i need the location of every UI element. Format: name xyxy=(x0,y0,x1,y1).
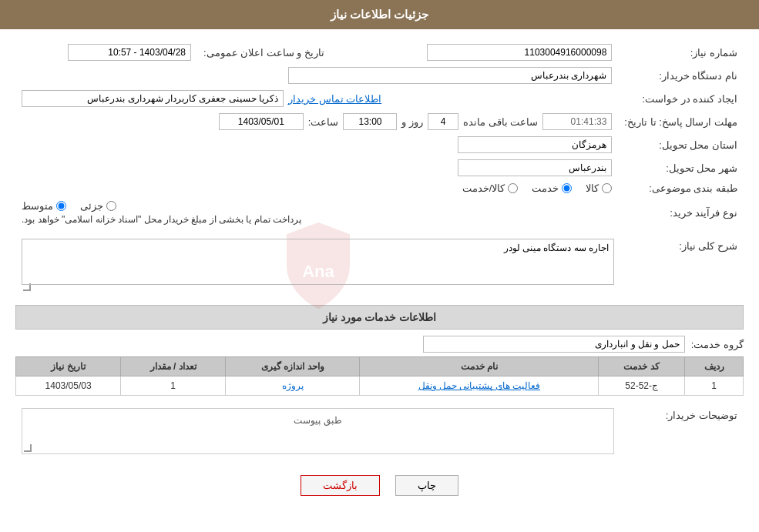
category-kala-khedmat-text: کالا/خدمت xyxy=(462,182,505,194)
city-input[interactable] xyxy=(458,159,612,176)
date-input xyxy=(219,113,304,130)
category-khedmat-radio[interactable] xyxy=(562,183,572,193)
category-khedmat-text: خدمت xyxy=(532,182,559,194)
col-header-unit: واحد اندازه گیری xyxy=(226,357,360,376)
col-header-code: کد خدمت xyxy=(599,357,685,376)
announce-input[interactable] xyxy=(68,44,191,61)
time-label: ساعت: xyxy=(308,116,339,128)
purchase-type-label: نوع فرآیند خرید: xyxy=(618,197,744,228)
purchase-jozii-label[interactable]: جزئی xyxy=(80,200,116,212)
table-row: 1 ج-52-52 فعالیت های پشتیبانی حمل ونقل پ… xyxy=(16,376,744,396)
attachment-area: طبق پیوست xyxy=(22,408,614,454)
purchase-note: پرداخت تمام یا بخشی از مبلغ خریدار محل "… xyxy=(22,214,301,225)
category-kala-radio[interactable] xyxy=(602,183,612,193)
purchase-motavasset-text: متوسط xyxy=(22,200,53,212)
print-button[interactable]: چاپ xyxy=(395,475,458,496)
cell-row: 1 xyxy=(685,376,744,396)
remaining-time-input xyxy=(542,113,612,130)
col-header-date: تاریخ نیاز xyxy=(16,357,121,376)
category-kala-khedmat-radio[interactable] xyxy=(508,183,518,193)
col-header-row: ردیف xyxy=(685,357,744,376)
cell-unit: پروژه xyxy=(226,376,360,396)
category-label: طبقه بندی موضوعی: xyxy=(618,179,744,197)
buyer-notes-table: توضیحات خریدار: طبق پیوست xyxy=(15,405,744,461)
group-label: گروه خدمت: xyxy=(691,339,744,350)
info-table: شماره نیاز: تاریخ و ساعت اعلان عمومی: نا… xyxy=(15,41,744,228)
attachment-label: طبق پیوست xyxy=(25,412,610,429)
category-kala-khedmat-label[interactable]: کالا/خدمت xyxy=(462,182,519,194)
category-khedmat-label[interactable]: خدمت xyxy=(532,182,572,194)
cell-qty: 1 xyxy=(121,376,226,396)
announce-label: تاریخ و ساعت اعلان عمومی: xyxy=(197,41,331,64)
purchase-motavasset-label[interactable]: متوسط xyxy=(22,200,66,212)
buyer-org-input[interactable] xyxy=(288,67,612,84)
creator-label: ایجاد کننده در خواست: xyxy=(618,87,744,110)
buyer-notes-label: توضیحات خریدار: xyxy=(620,405,744,461)
province-label: استان محل تحویل: xyxy=(618,133,744,156)
cell-date: 1403/05/03 xyxy=(16,376,121,396)
days-label: روز و xyxy=(401,116,423,128)
send-deadline-label: مهلت ارسال پاسخ: تا تاریخ: xyxy=(618,110,744,133)
group-service-row: گروه خدمت: xyxy=(15,336,744,353)
category-kala-label[interactable]: کالا xyxy=(586,182,612,194)
group-input[interactable] xyxy=(423,336,685,353)
buyer-org-label: نام دستگاه خریدار: xyxy=(618,64,744,87)
city-label: شهر محل تحویل: xyxy=(618,156,744,179)
contact-link[interactable]: اطلاعات تماس خریدار xyxy=(288,93,381,105)
attachment-resize-handle[interactable] xyxy=(24,444,32,452)
need-desc-table: شرح کلی نیاز: Ana اجاره سه دستگاه مینی ل… xyxy=(15,236,744,296)
footer-buttons: چاپ بازگشت xyxy=(15,475,744,496)
need-desc-label: شرح کلی نیاز: xyxy=(620,236,744,296)
purchase-motavasset-radio[interactable] xyxy=(56,201,66,211)
page-header: جزئیات اطلاعات نیاز xyxy=(0,0,759,29)
cell-name: فعالیت های پشتیبانی حمل ونقل xyxy=(360,376,599,396)
creator-input[interactable] xyxy=(22,90,284,107)
need-number-input[interactable] xyxy=(427,44,612,61)
need-desc-textarea[interactable]: اجاره سه دستگاه مینی لودر xyxy=(22,239,614,285)
purchase-jozii-radio[interactable] xyxy=(106,201,116,211)
days-input xyxy=(428,113,458,130)
col-header-qty: تعداد / مقدار xyxy=(121,357,226,376)
cell-code: ج-52-52 xyxy=(599,376,685,396)
col-header-name: نام خدمت xyxy=(360,357,599,376)
remaining-label: ساعت باقی مانده xyxy=(463,116,538,128)
unit-text: پروژه xyxy=(282,380,304,391)
category-kala-text: کالا xyxy=(586,182,599,194)
service-section-header: اطلاعات خدمات مورد نیاز xyxy=(15,305,744,330)
need-number-label: شماره نیاز: xyxy=(618,41,744,64)
page-title: جزئیات اطلاعات نیاز xyxy=(331,8,428,21)
back-button[interactable]: بازگشت xyxy=(301,475,380,496)
purchase-jozii-text: جزئی xyxy=(80,200,103,212)
service-name-link[interactable]: فعالیت های پشتیبانی حمل ونقل xyxy=(418,380,540,391)
time-input xyxy=(343,113,397,130)
service-table: ردیف کد خدمت نام خدمت واحد اندازه گیری ت… xyxy=(15,356,744,396)
province-input[interactable] xyxy=(458,136,612,153)
